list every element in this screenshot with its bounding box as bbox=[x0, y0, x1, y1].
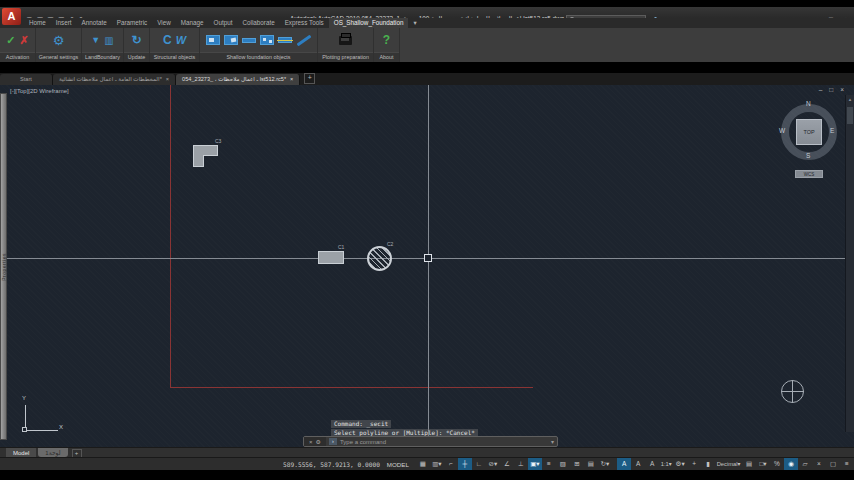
tab-output[interactable]: Output bbox=[209, 18, 238, 28]
command-line[interactable]: × ⚙ › Type a command ▾ bbox=[303, 436, 558, 447]
tab-os-shallow-foundation[interactable]: OS_Shallow_Foundation bbox=[329, 18, 409, 28]
layout-tab[interactable]: لوحة1 bbox=[38, 448, 67, 457]
customization-icon[interactable]: ≡ bbox=[840, 458, 854, 470]
viewcube-top-face[interactable]: TOP bbox=[796, 119, 822, 145]
tab-express-tools[interactable]: Express Tools bbox=[280, 18, 329, 28]
ortho-icon[interactable]: ∟ bbox=[472, 458, 486, 470]
viewcube-wcs-dropdown[interactable]: WCS bbox=[795, 170, 823, 178]
refresh-icon[interactable]: ↻▾ bbox=[598, 458, 612, 470]
tab-view[interactable]: View bbox=[152, 18, 176, 28]
isolate-objects-icon[interactable]: % bbox=[770, 458, 784, 470]
footing-c2-shape[interactable] bbox=[367, 246, 392, 271]
drawing-minimize-icon[interactable]: – bbox=[819, 86, 823, 93]
workspace-switching-icon[interactable]: ⚙▾ bbox=[673, 458, 687, 470]
object-snap-tracking-icon[interactable]: ⊥ bbox=[514, 458, 528, 470]
wall-tool-button[interactable]: W bbox=[176, 34, 186, 46]
drawing-canvas[interactable]: [-][Top][2D Wireframe] – □ × Properties … bbox=[0, 85, 854, 447]
footing-label: C2 bbox=[387, 241, 393, 247]
file-tab-drawing2[interactable]: المخططات العامة ـ اعمال ملاحظات انشائية*… bbox=[53, 74, 176, 85]
boundary-line-bottom[interactable] bbox=[170, 387, 533, 388]
boundary-columns-button[interactable]: ▥ bbox=[104, 35, 113, 46]
edit-footing-button[interactable] bbox=[296, 34, 311, 46]
drawing-restore-icon[interactable]: □ bbox=[829, 86, 833, 93]
quick-properties-icon[interactable]: ▤ bbox=[584, 458, 598, 470]
object-snap-icon[interactable]: ▣▾ bbox=[528, 458, 542, 470]
infer-constraints-icon[interactable]: ⌐ bbox=[444, 458, 458, 470]
isolated-footing-button[interactable] bbox=[206, 35, 220, 45]
column-tool-button[interactable]: C bbox=[163, 33, 172, 47]
snap-icon[interactable]: ▥▾ bbox=[430, 458, 444, 470]
viewcube-north[interactable]: N bbox=[806, 100, 811, 107]
folder-icon[interactable]: ▱ bbox=[798, 458, 812, 470]
activate-button[interactable]: ✓ bbox=[6, 34, 15, 47]
command-close-icon[interactable]: × bbox=[309, 439, 313, 445]
coordinates-readout[interactable]: 589.5556, 587.9213, 0.0000 bbox=[283, 461, 380, 468]
annotation-visibility-icon[interactable]: A bbox=[617, 458, 631, 470]
footing-c3-shape-leg[interactable] bbox=[193, 155, 204, 167]
viewport-controls[interactable]: [-][Top][2D Wireframe] bbox=[10, 88, 69, 94]
printer-icon[interactable] bbox=[339, 36, 352, 45]
selection-cycling-icon[interactable]: ⊞ bbox=[570, 458, 584, 470]
autocad-logo-icon[interactable]: A bbox=[2, 8, 21, 25]
clear-ui-icon[interactable]: × bbox=[812, 458, 826, 470]
scrollbar-thumb[interactable] bbox=[847, 107, 853, 124]
lineweight-icon[interactable]: ≡ bbox=[542, 458, 556, 470]
panel-label: About bbox=[374, 52, 399, 62]
model-tab[interactable]: Model bbox=[6, 448, 36, 457]
tab-home[interactable]: Home bbox=[24, 18, 51, 28]
tab-manage[interactable]: Manage bbox=[176, 18, 209, 28]
tab-parametric[interactable]: Parametric bbox=[112, 18, 152, 28]
drawing-close-icon[interactable]: × bbox=[840, 86, 844, 93]
viewcube-east[interactable]: E bbox=[830, 127, 834, 134]
isodraft-icon[interactable]: ⊘▾ bbox=[486, 458, 500, 470]
model-space-toggle[interactable]: MODEL bbox=[384, 461, 412, 468]
file-tab-active-drawing[interactable]: 054_23273_ ، ـ اعمال ملاحظات lst512.rc5*… bbox=[176, 74, 300, 85]
file-tab-start[interactable]: Start bbox=[0, 74, 53, 85]
eccentric-footing-button[interactable] bbox=[224, 35, 238, 45]
quick-view-icon[interactable]: ▤ bbox=[742, 458, 756, 470]
footing-label: C1 bbox=[338, 244, 344, 250]
panel-activation: ✓ ✗ Activation bbox=[0, 28, 36, 62]
file-tab-close-icon[interactable]: × bbox=[290, 74, 293, 85]
viewcube-west[interactable]: W bbox=[779, 127, 785, 134]
file-tab-close-icon[interactable]: × bbox=[166, 74, 169, 85]
update-button[interactable]: ↻ bbox=[131, 33, 141, 47]
scale-value-dropdown[interactable]: 1:1▾ bbox=[659, 458, 673, 470]
viewcube-south[interactable]: S bbox=[806, 152, 810, 159]
grid-icon[interactable]: ▦ bbox=[416, 458, 430, 470]
command-customize-icon[interactable]: ⚙ bbox=[316, 438, 321, 445]
tie-beam-button[interactable] bbox=[278, 37, 292, 43]
vertical-scrollbar[interactable]: ▴ bbox=[845, 95, 854, 432]
settings-gear-button[interactable]: ⚙ bbox=[53, 33, 65, 48]
properties-palette-tab[interactable]: Properties bbox=[0, 93, 7, 440]
autoscale-icon[interactable]: A bbox=[631, 458, 645, 470]
command-input[interactable]: Type a command bbox=[340, 439, 551, 445]
ribbon-display-dropdown-icon[interactable]: ▾ bbox=[408, 18, 421, 28]
footing-c1-shape[interactable] bbox=[318, 251, 344, 264]
panel-label: Plotting preparation bbox=[318, 52, 373, 62]
scroll-up-icon[interactable]: ▴ bbox=[846, 95, 854, 103]
clean-screen-icon[interactable]: ▢ bbox=[826, 458, 840, 470]
tab-annotate[interactable]: Annotate bbox=[77, 18, 112, 28]
strip-footing-button[interactable] bbox=[242, 38, 256, 43]
title-bar: A ▢ ▤ ▦ ▩ ↶ ↷ ▾ Autodesk AutoCAD 2019 05… bbox=[0, 7, 854, 18]
boundary-line-left[interactable] bbox=[170, 85, 171, 387]
polar-tracking-icon[interactable]: ∠ bbox=[500, 458, 514, 470]
annotation-monitor-icon[interactable]: + bbox=[687, 458, 701, 470]
command-line-grip: × ⚙ bbox=[304, 437, 326, 446]
circle-center-mark[interactable] bbox=[781, 380, 804, 403]
command-recent-dropdown-icon[interactable]: ▾ bbox=[551, 438, 557, 445]
deactivate-button[interactable]: ✗ bbox=[20, 34, 29, 47]
graphics-performance-icon[interactable]: ◉ bbox=[784, 458, 798, 470]
annotation-scale-icon[interactable]: A bbox=[645, 458, 659, 470]
about-button[interactable]: ? bbox=[383, 33, 390, 47]
tab-insert[interactable]: Insert bbox=[51, 18, 77, 28]
transparency-icon[interactable]: ▨ bbox=[556, 458, 570, 470]
combined-footing-button[interactable] bbox=[260, 35, 274, 45]
dynamic-input-icon[interactable]: ┼ bbox=[458, 458, 472, 470]
units-dropdown[interactable]: Decimal▾ bbox=[715, 458, 742, 470]
boundary-filter-button[interactable]: ▼ bbox=[91, 35, 100, 45]
viewport-maximize-icon[interactable]: □▾ bbox=[756, 458, 770, 470]
new-drawing-button[interactable]: + bbox=[304, 73, 315, 84]
tab-collaborate[interactable]: Collaborate bbox=[237, 18, 279, 28]
